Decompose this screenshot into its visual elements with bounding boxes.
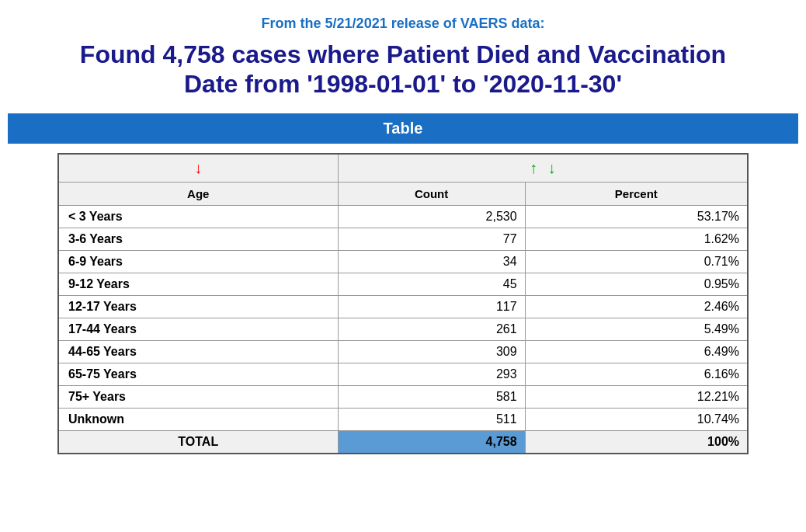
age-cell: 9-12 Years xyxy=(58,273,338,295)
sort-row: ↓ ↑ ↓ xyxy=(58,154,748,183)
age-cell: Unknown xyxy=(58,408,338,430)
count-cell: 581 xyxy=(338,385,525,408)
percent-cell: 5.49% xyxy=(525,318,748,340)
percent-cell: 6.49% xyxy=(525,340,748,363)
table-row: 44-65 Years 309 6.49% xyxy=(58,340,748,363)
total-label: TOTAL xyxy=(58,430,338,454)
age-cell: 6-9 Years xyxy=(58,250,338,273)
table-row: 65-75 Years 293 6.16% xyxy=(58,363,748,385)
col-header-percent[interactable]: Percent xyxy=(525,182,748,205)
table-row: < 3 Years 2,530 53.17% xyxy=(58,205,748,228)
section-header: Table xyxy=(8,113,798,144)
count-cell: 45 xyxy=(338,273,525,295)
data-table: ↓ ↑ ↓ Age Count Percent < 3 Years 2,530 … xyxy=(57,153,749,454)
count-cell: 511 xyxy=(338,408,525,430)
total-count: 4,758 xyxy=(338,430,525,454)
sort-cell-age[interactable]: ↓ xyxy=(58,154,338,183)
main-title-line2: Date from '1998-01-01' to '2020-11-30' xyxy=(184,70,622,98)
age-cell: 3-6 Years xyxy=(58,228,338,250)
count-cell: 293 xyxy=(338,363,525,385)
age-cell: 44-65 Years xyxy=(58,340,338,363)
percent-cell: 10.74% xyxy=(525,408,748,430)
col-header-age[interactable]: Age xyxy=(58,182,338,205)
table-row: 17-44 Years 261 5.49% xyxy=(58,318,748,340)
main-title-line1: Found 4,758 cases where Patient Died and… xyxy=(80,40,726,68)
percent-cell: 0.71% xyxy=(525,250,748,273)
count-cell: 309 xyxy=(338,340,525,363)
age-cell: 65-75 Years xyxy=(58,363,338,385)
age-cell: < 3 Years xyxy=(58,205,338,228)
count-cell: 261 xyxy=(338,318,525,340)
table-row: 12-17 Years 117 2.46% xyxy=(58,295,748,318)
age-cell: 17-44 Years xyxy=(58,318,338,340)
percent-cell: 2.46% xyxy=(525,295,748,318)
subtitle: From the 5/21/2021 release of VAERS data… xyxy=(8,16,798,32)
count-cell: 2,530 xyxy=(338,205,525,228)
sort-cell-count-percent[interactable]: ↑ ↓ xyxy=(338,154,748,183)
table-row: Unknown 511 10.74% xyxy=(58,408,748,430)
table-container: ↓ ↑ ↓ Age Count Percent < 3 Years 2,530 … xyxy=(8,153,798,454)
sort-down-red-icon[interactable]: ↓ xyxy=(194,159,202,176)
age-cell: 12-17 Years xyxy=(58,295,338,318)
count-cell: 117 xyxy=(338,295,525,318)
age-cell: 75+ Years xyxy=(58,385,338,408)
total-percent: 100% xyxy=(525,430,748,454)
percent-cell: 1.62% xyxy=(525,228,748,250)
count-cell: 34 xyxy=(338,250,525,273)
col-header-count[interactable]: Count xyxy=(338,182,525,205)
sort-down-green-icon[interactable]: ↓ xyxy=(547,159,555,176)
percent-cell: 12.21% xyxy=(525,385,748,408)
header-row: Age Count Percent xyxy=(58,182,748,205)
count-cell: 77 xyxy=(338,228,525,250)
main-title: Found 4,758 cases where Patient Died and… xyxy=(8,40,798,99)
total-row: TOTAL 4,758 100% xyxy=(58,430,748,454)
table-row: 9-12 Years 45 0.95% xyxy=(58,273,748,295)
percent-cell: 6.16% xyxy=(525,363,748,385)
percent-cell: 53.17% xyxy=(525,205,748,228)
percent-cell: 0.95% xyxy=(525,273,748,295)
table-row: 3-6 Years 77 1.62% xyxy=(58,228,748,250)
table-row: 75+ Years 581 12.21% xyxy=(58,385,748,408)
sort-up-green-icon[interactable]: ↑ xyxy=(530,159,537,176)
table-row: 6-9 Years 34 0.71% xyxy=(58,250,748,273)
